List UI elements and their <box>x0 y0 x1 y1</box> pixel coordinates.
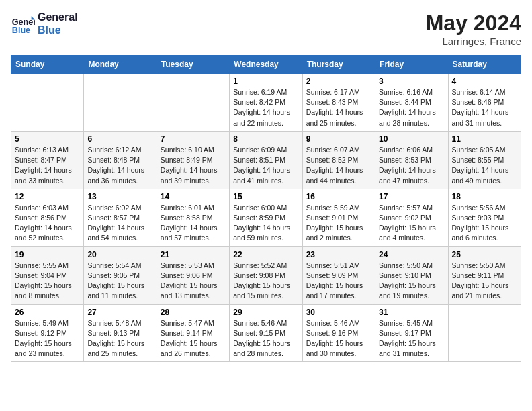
day-number: 6 <box>87 134 152 144</box>
logo-line2: Blue <box>38 24 78 36</box>
day-info: Sunrise: 6:13 AM Sunset: 8:47 PM Dayligh… <box>15 145 80 186</box>
day-number: 9 <box>306 134 371 144</box>
calendar-cell: 15Sunrise: 6:00 AM Sunset: 8:59 PM Dayli… <box>230 189 302 246</box>
calendar-cell: 3Sunrise: 6:16 AM Sunset: 8:44 PM Daylig… <box>375 74 448 132</box>
day-info: Sunrise: 5:49 AM Sunset: 9:12 PM Dayligh… <box>15 318 80 359</box>
calendar-cell: 27Sunrise: 5:48 AM Sunset: 9:13 PM Dayli… <box>84 304 157 362</box>
day-number: 4 <box>452 77 517 86</box>
day-number: 13 <box>87 192 152 201</box>
weekday-header: Thursday <box>302 56 375 74</box>
day-number: 20 <box>87 250 152 259</box>
weekday-header: Monday <box>84 56 157 74</box>
calendar-week-row: 5Sunrise: 6:13 AM Sunset: 8:47 PM Daylig… <box>11 131 521 189</box>
logo: General Blue General Blue <box>11 11 78 36</box>
calendar-cell: 16Sunrise: 5:59 AM Sunset: 9:01 PM Dayli… <box>302 189 375 246</box>
calendar-cell: 1Sunrise: 6:19 AM Sunset: 8:42 PM Daylig… <box>230 74 302 132</box>
day-info: Sunrise: 6:14 AM Sunset: 8:46 PM Dayligh… <box>452 87 517 128</box>
day-number: 30 <box>306 308 371 317</box>
day-number: 7 <box>161 134 226 144</box>
day-number: 17 <box>379 192 444 201</box>
weekday-header: Wednesday <box>230 56 302 74</box>
calendar-cell <box>157 74 229 132</box>
day-info: Sunrise: 6:09 AM Sunset: 8:51 PM Dayligh… <box>233 145 298 186</box>
calendar-week-row: 12Sunrise: 6:03 AM Sunset: 8:56 PM Dayli… <box>11 189 521 246</box>
day-number: 21 <box>161 250 226 259</box>
day-number: 5 <box>15 134 80 144</box>
day-info: Sunrise: 5:59 AM Sunset: 9:01 PM Dayligh… <box>306 203 371 244</box>
day-info: Sunrise: 6:00 AM Sunset: 8:59 PM Dayligh… <box>233 203 298 244</box>
day-number: 22 <box>233 250 298 259</box>
day-info: Sunrise: 5:45 AM Sunset: 9:17 PM Dayligh… <box>379 318 444 359</box>
calendar-cell: 8Sunrise: 6:09 AM Sunset: 8:51 PM Daylig… <box>230 131 302 189</box>
day-number: 3 <box>379 77 444 86</box>
day-info: Sunrise: 5:55 AM Sunset: 9:04 PM Dayligh… <box>15 261 80 302</box>
day-number: 28 <box>161 308 226 317</box>
weekday-header-row: SundayMondayTuesdayWednesdayThursdayFrid… <box>11 56 521 74</box>
day-number: 2 <box>306 77 371 86</box>
weekday-header: Sunday <box>11 56 84 74</box>
day-info: Sunrise: 5:53 AM Sunset: 9:06 PM Dayligh… <box>161 261 226 302</box>
location: Larringes, France <box>426 36 521 47</box>
calendar-cell <box>84 74 157 132</box>
day-number: 24 <box>379 250 444 259</box>
calendar-cell: 7Sunrise: 6:10 AM Sunset: 8:49 PM Daylig… <box>157 131 229 189</box>
day-info: Sunrise: 5:46 AM Sunset: 9:16 PM Dayligh… <box>306 318 371 359</box>
day-number: 19 <box>15 250 80 259</box>
day-info: Sunrise: 6:05 AM Sunset: 8:55 PM Dayligh… <box>452 145 517 186</box>
day-info: Sunrise: 6:10 AM Sunset: 8:49 PM Dayligh… <box>161 145 226 186</box>
calendar-cell: 2Sunrise: 6:17 AM Sunset: 8:43 PM Daylig… <box>302 74 375 132</box>
calendar-cell: 4Sunrise: 6:14 AM Sunset: 8:46 PM Daylig… <box>448 74 521 132</box>
month-year: May 2024 <box>426 11 521 36</box>
day-info: Sunrise: 5:56 AM Sunset: 9:03 PM Dayligh… <box>452 203 517 244</box>
calendar-cell <box>448 304 521 362</box>
day-number: 12 <box>15 192 80 201</box>
day-number: 29 <box>233 308 298 317</box>
calendar-cell: 28Sunrise: 5:47 AM Sunset: 9:14 PM Dayli… <box>157 304 229 362</box>
calendar-cell: 5Sunrise: 6:13 AM Sunset: 8:47 PM Daylig… <box>11 131 84 189</box>
calendar-cell: 26Sunrise: 5:49 AM Sunset: 9:12 PM Dayli… <box>11 304 84 362</box>
calendar-cell: 12Sunrise: 6:03 AM Sunset: 8:56 PM Dayli… <box>11 189 84 246</box>
day-number: 23 <box>306 250 371 259</box>
day-info: Sunrise: 6:01 AM Sunset: 8:58 PM Dayligh… <box>161 203 226 244</box>
calendar-cell: 23Sunrise: 5:51 AM Sunset: 9:09 PM Dayli… <box>302 246 375 304</box>
day-info: Sunrise: 6:17 AM Sunset: 8:43 PM Dayligh… <box>306 87 371 128</box>
calendar-cell: 11Sunrise: 6:05 AM Sunset: 8:55 PM Dayli… <box>448 131 521 189</box>
calendar-cell: 17Sunrise: 5:57 AM Sunset: 9:02 PM Dayli… <box>375 189 448 246</box>
day-number: 1 <box>233 77 298 86</box>
day-number: 31 <box>379 308 444 317</box>
day-info: Sunrise: 5:48 AM Sunset: 9:13 PM Dayligh… <box>87 318 152 359</box>
day-number: 15 <box>233 192 298 201</box>
calendar-cell: 10Sunrise: 6:06 AM Sunset: 8:53 PM Dayli… <box>375 131 448 189</box>
day-number: 14 <box>161 192 226 201</box>
day-info: Sunrise: 6:12 AM Sunset: 8:48 PM Dayligh… <box>87 145 152 186</box>
calendar-cell: 25Sunrise: 5:50 AM Sunset: 9:11 PM Dayli… <box>448 246 521 304</box>
calendar-cell: 13Sunrise: 6:02 AM Sunset: 8:57 PM Dayli… <box>84 189 157 246</box>
calendar-week-row: 26Sunrise: 5:49 AM Sunset: 9:12 PM Dayli… <box>11 304 521 362</box>
calendar-cell: 18Sunrise: 5:56 AM Sunset: 9:03 PM Dayli… <box>448 189 521 246</box>
calendar-cell: 31Sunrise: 5:45 AM Sunset: 9:17 PM Dayli… <box>375 304 448 362</box>
day-info: Sunrise: 5:57 AM Sunset: 9:02 PM Dayligh… <box>379 203 444 244</box>
day-info: Sunrise: 6:06 AM Sunset: 8:53 PM Dayligh… <box>379 145 444 186</box>
calendar-cell: 24Sunrise: 5:50 AM Sunset: 9:10 PM Dayli… <box>375 246 448 304</box>
day-info: Sunrise: 5:47 AM Sunset: 9:14 PM Dayligh… <box>161 318 226 359</box>
calendar-cell: 21Sunrise: 5:53 AM Sunset: 9:06 PM Dayli… <box>157 246 229 304</box>
day-number: 8 <box>233 134 298 144</box>
calendar-cell: 22Sunrise: 5:52 AM Sunset: 9:08 PM Dayli… <box>230 246 302 304</box>
day-info: Sunrise: 6:16 AM Sunset: 8:44 PM Dayligh… <box>379 87 444 128</box>
day-number: 18 <box>452 192 517 201</box>
calendar-table: SundayMondayTuesdayWednesdayThursdayFrid… <box>11 55 521 362</box>
calendar-cell: 20Sunrise: 5:54 AM Sunset: 9:05 PM Dayli… <box>84 246 157 304</box>
logo-line1: General <box>38 11 78 24</box>
calendar-cell: 9Sunrise: 6:07 AM Sunset: 8:52 PM Daylig… <box>302 131 375 189</box>
day-info: Sunrise: 6:02 AM Sunset: 8:57 PM Dayligh… <box>87 203 152 244</box>
day-number: 26 <box>15 308 80 317</box>
weekday-header: Saturday <box>448 56 521 74</box>
svg-text:Blue: Blue <box>12 26 30 36</box>
calendar-cell: 14Sunrise: 6:01 AM Sunset: 8:58 PM Dayli… <box>157 189 229 246</box>
calendar-cell: 29Sunrise: 5:46 AM Sunset: 9:15 PM Dayli… <box>230 304 302 362</box>
day-info: Sunrise: 5:46 AM Sunset: 9:15 PM Dayligh… <box>233 318 298 359</box>
logo-icon: General Blue <box>11 11 35 36</box>
weekday-header: Friday <box>375 56 448 74</box>
day-info: Sunrise: 6:03 AM Sunset: 8:56 PM Dayligh… <box>15 203 80 244</box>
day-info: Sunrise: 5:54 AM Sunset: 9:05 PM Dayligh… <box>87 261 152 302</box>
